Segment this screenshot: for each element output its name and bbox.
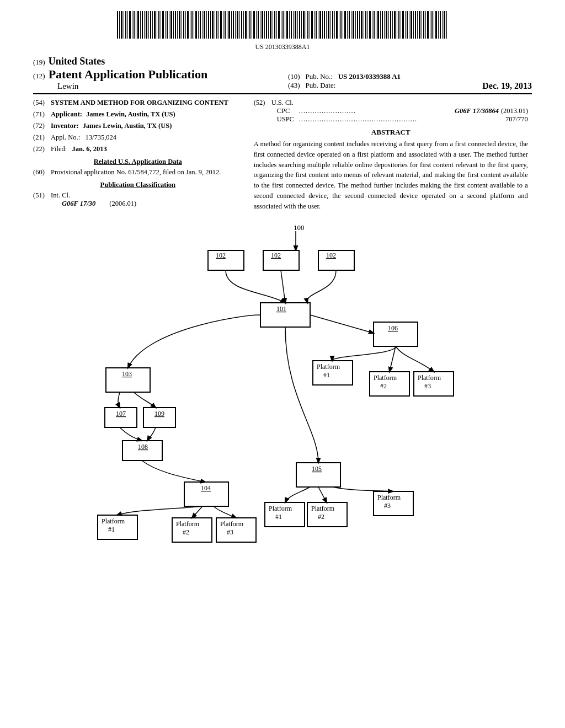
svg-rect-111 <box>347 11 348 39</box>
svg-rect-155 <box>438 11 439 39</box>
svg-text:#1: #1 <box>323 371 330 379</box>
svg-rect-33 <box>185 11 186 39</box>
svg-rect-50 <box>220 11 222 39</box>
intcl-value: Int. Cl. G06F 17/30 (2006.01) <box>51 191 243 208</box>
abstract-text: A method for organizing content includes… <box>254 139 528 211</box>
svg-rect-47 <box>215 11 215 39</box>
svg-rect-36 <box>191 11 193 39</box>
type-prefix: (12) <box>33 72 45 81</box>
svg-rect-134 <box>394 11 396 39</box>
svg-rect-96 <box>316 11 317 39</box>
svg-rect-124 <box>374 11 375 39</box>
arrow-104-p3 <box>214 506 236 518</box>
svg-text:Platform: Platform <box>377 494 401 501</box>
svg-text:Platform: Platform <box>317 363 340 371</box>
svg-text:109: 109 <box>154 410 164 417</box>
svg-rect-158 <box>444 11 445 39</box>
svg-rect-29 <box>177 11 178 39</box>
arrow-107-108 <box>120 427 142 441</box>
pub-number-center: US 20130339388A1 <box>33 43 532 51</box>
svg-rect-143 <box>413 11 414 39</box>
svg-rect-131 <box>388 11 389 39</box>
arrow-102c-101 <box>307 270 336 303</box>
svg-rect-60 <box>241 11 242 39</box>
svg-text:103: 103 <box>122 370 132 378</box>
svg-rect-74 <box>270 11 271 39</box>
title-value: SYSTEM AND METHOD FOR ORGANIZING CONTENT <box>51 99 243 107</box>
pub-no-line: (10) Pub. No.: US 2013/0339388 A1 <box>288 72 532 81</box>
svg-rect-145 <box>417 11 418 39</box>
svg-rect-1 <box>119 11 120 39</box>
svg-text:#3: #3 <box>384 502 391 510</box>
svg-rect-151 <box>430 11 430 39</box>
provisional-num: (60) <box>33 168 51 176</box>
field-applicant: (71) Applicant: James Lewin, Austin, TX … <box>33 110 243 119</box>
svg-rect-110 <box>344 11 346 39</box>
field-title: (54) SYSTEM AND METHOD FOR ORGANIZING CO… <box>33 99 243 107</box>
svg-rect-70 <box>262 11 263 39</box>
svg-rect-101 <box>326 11 327 39</box>
svg-rect-21 <box>161 11 161 39</box>
svg-text:#2: #2 <box>380 382 387 390</box>
field-inventor: (72) Inventor: James Lewin, Austin, TX (… <box>33 122 243 130</box>
svg-rect-94 <box>311 11 313 39</box>
svg-rect-13 <box>144 11 145 39</box>
svg-rect-159 <box>446 11 447 39</box>
svg-rect-4 <box>125 11 126 39</box>
svg-rect-22 <box>162 11 164 39</box>
diagram-area: 100 102 102 102 101 106 <box>33 220 532 562</box>
svg-rect-45 <box>210 11 211 39</box>
svg-rect-137 <box>401 11 401 39</box>
svg-rect-150 <box>427 11 429 39</box>
svg-rect-115 <box>355 11 356 39</box>
svg-rect-58 <box>237 11 238 39</box>
svg-text:#3: #3 <box>424 382 431 390</box>
arrow-104-p1 <box>117 506 202 515</box>
svg-rect-42 <box>204 11 205 39</box>
svg-rect-16 <box>150 11 151 39</box>
svg-text:105: 105 <box>312 465 322 473</box>
svg-rect-80 <box>282 11 284 39</box>
svg-rect-125 <box>376 11 376 39</box>
right-column: (52) U.S. Cl. CPC ......................… <box>254 99 528 211</box>
svg-rect-112 <box>349 11 350 39</box>
header-left: (19) United States (12) Patent Applicati… <box>33 56 277 91</box>
arrow-105-p3 <box>332 487 393 491</box>
svg-rect-68 <box>258 11 259 39</box>
svg-text:106: 106 <box>388 324 398 332</box>
svg-rect-152 <box>431 11 433 39</box>
arrow-101-106 <box>310 315 374 333</box>
svg-text:#1: #1 <box>108 526 115 533</box>
svg-text:102: 102 <box>216 251 226 259</box>
svg-rect-122 <box>369 11 371 39</box>
page: US 20130339388A1 (19) United States (12)… <box>0 0 565 728</box>
pub-date-prefix: (43) <box>288 81 300 89</box>
pub-date-value: Dec. 19, 2013 <box>482 81 532 91</box>
svg-rect-69 <box>260 11 260 39</box>
svg-rect-142 <box>411 11 412 39</box>
header-row: (19) United States (12) Patent Applicati… <box>33 56 532 94</box>
svg-rect-63 <box>248 11 248 39</box>
svg-rect-86 <box>295 11 296 39</box>
svg-text:Platform: Platform <box>418 374 441 382</box>
arrow-103-107 <box>118 392 120 408</box>
svg-text:104: 104 <box>201 484 211 492</box>
pub-no-prefix: (10) <box>288 72 300 81</box>
svg-rect-73 <box>268 11 269 39</box>
svg-rect-18 <box>154 11 156 39</box>
svg-rect-12 <box>142 11 143 39</box>
svg-rect-41 <box>202 11 202 39</box>
inventor-value: Inventor: James Lewin, Austin, TX (US) <box>51 122 243 130</box>
main-content: (54) SYSTEM AND METHOD FOR ORGANIZING CO… <box>33 99 532 211</box>
arrow-108-104 <box>142 461 205 482</box>
svg-text:Platform: Platform <box>176 520 200 528</box>
svg-rect-92 <box>307 11 308 39</box>
header-right: (10) Pub. No.: US 2013/0339388 A1 (43) P… <box>277 72 532 91</box>
svg-rect-35 <box>190 11 190 39</box>
left-column: (54) SYSTEM AND METHOD FOR ORGANIZING CO… <box>33 99 243 211</box>
svg-rect-9 <box>136 11 136 39</box>
svg-rect-104 <box>332 11 333 39</box>
svg-text:102: 102 <box>271 251 281 259</box>
svg-rect-23 <box>165 11 166 39</box>
svg-rect-6 <box>129 11 131 39</box>
